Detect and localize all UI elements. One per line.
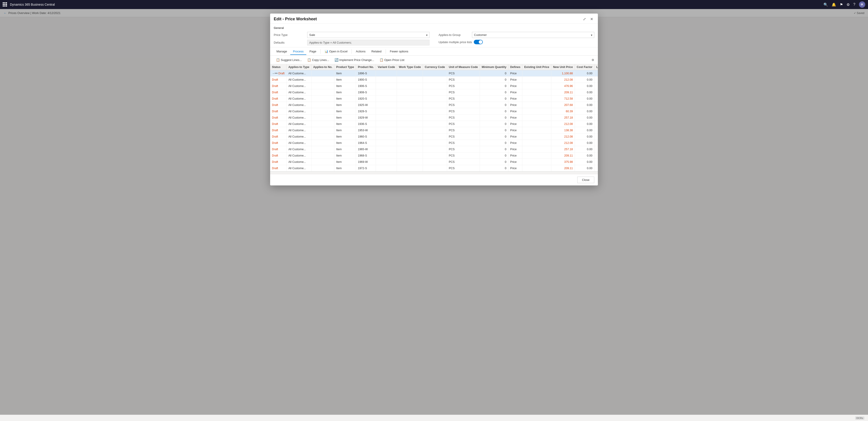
cell-cost-factor: 0.00 — [575, 89, 594, 96]
cell-unit-of-measure: PCS — [447, 127, 480, 133]
cell-applies-to-type: All Custome... — [286, 153, 311, 159]
col-header-status: Status — [270, 64, 286, 70]
close-icon[interactable]: ✕ — [589, 16, 594, 22]
table-row[interactable]: Draft All Custome... Item 1936-S PCS 0 P… — [270, 121, 598, 127]
cell-existing-unit-price — [522, 121, 551, 127]
cell-line-discount: 0.00 — [594, 102, 598, 108]
cell-currency-code — [423, 146, 447, 153]
applies-to-group-label: Applies-to Group — [438, 33, 470, 37]
search-icon[interactable]: 🔍 — [824, 2, 828, 7]
price-type-select[interactable]: Sale — [307, 32, 430, 38]
cell-line-discount: 0.00 — [594, 121, 598, 127]
dialog-header-icons: ⤢ ✕ — [582, 16, 594, 22]
col-header-line-discount: Line Discount % — [594, 64, 598, 70]
page-background: ← Prices Overview | Work Date: 4/12/2021… — [0, 9, 868, 421]
cell-product-no: 1928-S — [356, 108, 376, 115]
table-row[interactable]: Draft All Custome... Item 1968-S PCS 0 P… — [270, 153, 598, 159]
price-worksheet-table: Status Applies-to Type Applies-to No. Pr… — [270, 64, 598, 171]
cell-cost-factor: 0.00 — [575, 76, 594, 83]
cell-currency-code — [423, 165, 447, 171]
price-type-field[interactable]: Sale — [307, 32, 430, 38]
edit-dots-icon[interactable]: ••• — [275, 72, 278, 75]
cell-currency-code — [423, 127, 447, 133]
cell-currency-code — [423, 70, 447, 76]
applies-to-group-field[interactable]: Customer — [472, 32, 594, 38]
cell-status: Draft — [270, 83, 286, 89]
table-row[interactable]: →••• Draft All Custome... Item 1896-S PC… — [270, 70, 598, 76]
update-price-toggle[interactable] — [474, 40, 483, 44]
cell-existing-unit-price — [522, 115, 551, 121]
table-row[interactable]: Draft All Custome... Item 1953-W PCS 0 P… — [270, 127, 598, 133]
cell-applies-to-no — [311, 76, 334, 83]
tab-fewer-options[interactable]: Fewer options — [387, 48, 411, 55]
cell-applies-to-type: All Custome... — [286, 127, 311, 133]
cell-new-unit-price: 212.08 — [551, 133, 575, 140]
table-row[interactable]: Draft All Custome... Item 1900-S PCS 0 P… — [270, 76, 598, 83]
cell-new-unit-price: 212.08 — [551, 121, 575, 127]
cell-applies-to-type: All Custome... — [286, 83, 311, 89]
table-row[interactable]: Draft All Custome... Item 1925-W PCS 0 P… — [270, 102, 598, 108]
cell-product-no: 1964-S — [356, 140, 376, 146]
bell-icon[interactable]: 🔔 — [832, 2, 836, 7]
table-row[interactable]: Draft All Custome... Item 1908-S PCS 0 P… — [270, 89, 598, 96]
cell-currency-code — [423, 121, 447, 127]
cell-product-type: Item — [334, 102, 356, 108]
applies-to-group-select[interactable]: Customer — [472, 32, 594, 38]
cell-cost-factor: 0.00 — [575, 102, 594, 108]
suggest-lines-button[interactable]: 📋 Suggest Lines... — [274, 57, 304, 63]
table-row[interactable]: Draft All Custome... Item 1964-S PCS 0 P… — [270, 140, 598, 146]
price-worksheet-table-wrapper[interactable]: Status Applies-to Type Applies-to No. Pr… — [270, 64, 598, 174]
cell-existing-unit-price — [522, 83, 551, 89]
table-row[interactable]: Draft All Custome... Item 1928-S PCS 0 P… — [270, 108, 598, 115]
table-header-row: Status Applies-to Type Applies-to No. Pr… — [270, 64, 598, 70]
tab-related[interactable]: Related — [369, 48, 384, 55]
cell-unit-of-measure: PCS — [447, 140, 480, 146]
table-row[interactable]: Draft All Custome... Item 1969-W PCS 0 P… — [270, 159, 598, 165]
horizontal-scrollbar[interactable] — [270, 171, 598, 174]
implement-price-button[interactable]: 🔄 Implement Price Change... — [332, 57, 376, 63]
cell-new-unit-price: 476.96 — [551, 83, 575, 89]
tab-page[interactable]: Page — [307, 48, 319, 55]
app-grid-icon[interactable] — [3, 2, 7, 7]
cell-applies-to-no — [311, 89, 334, 96]
table-row[interactable]: Draft All Custome... Item 1929-W PCS 0 P… — [270, 115, 598, 121]
cell-currency-code — [423, 140, 447, 146]
cell-applies-to-no — [311, 165, 334, 171]
avatar[interactable]: IK — [859, 1, 865, 8]
cell-cost-factor: 0.00 — [575, 115, 594, 121]
tab-process[interactable]: Process — [290, 48, 306, 55]
cell-applies-to-no — [311, 159, 334, 165]
open-price-list-button[interactable]: 📋 Open Price List — [377, 57, 407, 63]
tab-actions[interactable]: Actions — [353, 48, 368, 55]
cell-status: Draft — [270, 153, 286, 159]
cell-work-type-code — [397, 140, 423, 146]
help-icon[interactable]: ? — [853, 2, 855, 6]
cell-work-type-code — [397, 153, 423, 159]
cell-new-unit-price: 212.08 — [551, 140, 575, 146]
cell-min-quantity: 0 — [480, 153, 508, 159]
copy-lines-button[interactable]: 📋 Copy Lines... — [305, 57, 331, 63]
cell-variant-code — [376, 70, 397, 76]
table-row[interactable]: Draft All Custome... Item 1960-S PCS 0 P… — [270, 133, 598, 140]
filter-settings[interactable]: ⚙ — [592, 58, 594, 62]
table-row[interactable]: Draft All Custome... Item 1906-S PCS 0 P… — [270, 83, 598, 89]
tab-open-excel[interactable]: 📊Open in Excel — [322, 48, 350, 55]
table-row[interactable]: Draft All Custome... Item 1965-W PCS 0 P… — [270, 146, 598, 153]
cell-defines: Price — [508, 96, 522, 102]
table-row[interactable]: Draft All Custome... Item 1972-S PCS 0 P… — [270, 165, 598, 171]
cell-applies-to-type: All Custome... — [286, 76, 311, 83]
cell-applies-to-no — [311, 127, 334, 133]
cell-cost-factor: 0.00 — [575, 70, 594, 76]
cell-status: Draft — [270, 146, 286, 153]
cell-currency-code — [423, 115, 447, 121]
cell-work-type-code — [397, 89, 423, 96]
flag-icon[interactable]: ⚑ — [840, 2, 843, 7]
cell-applies-to-type: All Custome... — [286, 165, 311, 171]
tab-manage[interactable]: Manage — [274, 48, 290, 55]
cell-status: Draft — [270, 133, 286, 140]
table-row[interactable]: Draft All Custome... Item 1920-S PCS 0 P… — [270, 96, 598, 102]
expand-icon[interactable]: ⤢ — [582, 16, 587, 22]
col-header-unit-of-measure: Unit of Measure Code — [447, 64, 480, 70]
close-button[interactable]: Close — [577, 176, 594, 183]
settings-icon[interactable]: ⚙ — [846, 2, 850, 7]
